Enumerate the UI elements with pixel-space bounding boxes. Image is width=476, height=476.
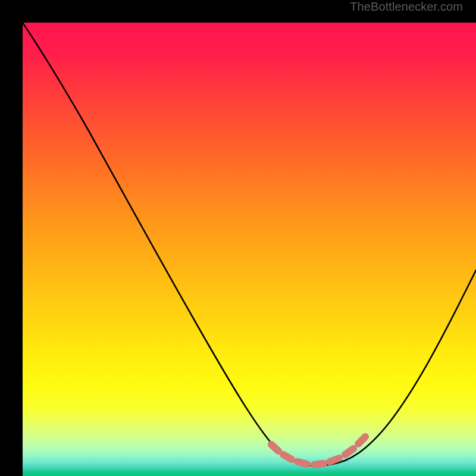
plot-frame [11, 11, 465, 465]
watermark-text: TheBottlenecker.com [350, 0, 463, 14]
bottleneck-curve [23, 23, 476, 466]
highlight-band [271, 437, 365, 465]
curve-layer [23, 23, 476, 476]
plot-area [23, 23, 476, 476]
